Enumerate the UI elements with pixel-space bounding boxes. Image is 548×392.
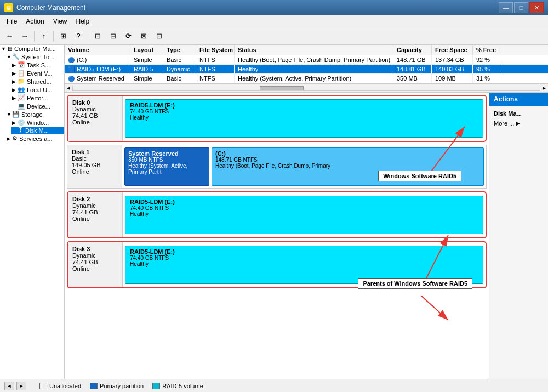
col-layout[interactable]: Layout — [130, 45, 163, 55]
sidebar-item-windows-backup[interactable]: ▶ 💿 Windo... — [11, 118, 64, 127]
title-bar-controls: — □ ✕ — [499, 2, 544, 13]
cell-type-1: Dynamic — [163, 65, 196, 73]
sidebar-root[interactable]: ▼ 🖥 Computer Ma... — [0, 45, 64, 53]
menu-view[interactable]: View — [49, 16, 72, 26]
refresh-button[interactable]: ⟳ — [121, 30, 135, 43]
sidebar-item-event-viewer[interactable]: ▶ 📋 Event V... — [11, 69, 64, 77]
disk2-status: Online — [72, 215, 118, 222]
disk-view-container: Disk 0 Dynamic 74.41 GB Online RAID5-LDM… — [65, 93, 548, 379]
menu-action[interactable]: Action — [21, 16, 48, 26]
properties-button[interactable]: ⊠ — [136, 30, 151, 43]
disk0-partition-0[interactable]: RAID5-LDM (E:) 74.40 GB NTFS Healthy — [125, 99, 483, 138]
expand-task-arrow[interactable]: ▶ — [12, 63, 18, 68]
volume-icon-1: 🟦 — [68, 66, 75, 72]
sidebar-item-shared-folders[interactable]: ▶ 📁 Shared... — [11, 77, 64, 86]
volume-icon-2: 🔵 — [68, 76, 75, 82]
expand-shared-arrow[interactable]: ▶ — [12, 79, 18, 84]
services-icon: ⚙ — [12, 135, 18, 142]
col-filesystem[interactable]: File System — [196, 45, 235, 55]
legend-raid5-label: RAID-5 volume — [162, 383, 203, 389]
sidebar-item-performance[interactable]: ▶ 📈 Perfor... — [11, 94, 64, 102]
help-button[interactable]: ? — [71, 30, 85, 43]
sidebar-item-device-manager[interactable]: 💻 Device... — [11, 102, 64, 110]
sidebar: ▼ 🖥 Computer Ma... ▼ 🔧 System To... ▶ 📅 … — [0, 45, 65, 379]
nav-left-btn[interactable]: ◄ — [4, 382, 14, 390]
sidebar-item-task-scheduler[interactable]: ▶ 📅 Task S... — [11, 61, 64, 69]
expand-root-arrow[interactable]: ▼ — [1, 46, 7, 52]
cell-status-0: Healthy (Boot, Page File, Crash Dump, Pr… — [235, 55, 393, 64]
status-bar-nav: ◄ ► — [4, 382, 26, 390]
sidebar-item-system-tools[interactable]: ▼ 🔧 System To... — [5, 53, 64, 61]
cell-volume-2: 🔵 System Reserved — [65, 74, 130, 83]
scroll-thumb[interactable] — [260, 86, 304, 90]
expand-perf-arrow[interactable]: ▶ — [12, 95, 18, 101]
nav-right-btn[interactable]: ► — [16, 382, 26, 390]
menu-help[interactable]: Help — [72, 16, 94, 26]
legend-raid5: RAID-5 volume — [152, 383, 203, 389]
table-scroll[interactable]: Volume Layout Type File System Status Ca… — [65, 45, 548, 83]
action-more[interactable]: More ... ▶ — [489, 119, 548, 128]
cell-fs-1: NTFS — [196, 65, 235, 73]
expand-event-arrow[interactable]: ▶ — [12, 71, 18, 76]
menu-file[interactable]: File — [2, 16, 21, 26]
col-freespace[interactable]: Free Space — [432, 45, 473, 55]
table-scrollbar[interactable]: ◄ ► — [65, 83, 548, 92]
disk0-size: 74.41 GB — [72, 112, 118, 119]
sidebar-root-label: Computer Ma... — [14, 46, 56, 52]
maximize-button[interactable]: □ — [514, 2, 528, 13]
col-type[interactable]: Type — [163, 45, 196, 55]
sidebar-item-services[interactable]: ▶ ⚙ Services a... — [5, 134, 64, 143]
scroll-left-btn[interactable]: ◄ — [66, 85, 71, 91]
col-volume[interactable]: Volume — [65, 45, 130, 55]
sidebar-task-label: Task S... — [27, 62, 50, 69]
back-button[interactable]: ← — [2, 30, 16, 43]
disk2-partition-0[interactable]: RAID5-LDM (E:) 74.40 GB NTFS Healthy — [125, 196, 483, 234]
legend-primary-label: Primary partition — [100, 383, 144, 389]
sidebar-item-disk-management[interactable]: 🗄 Disk M... — [11, 127, 64, 134]
table-row[interactable]: 🔵 System Reserved Simple Basic NTFS Heal… — [65, 74, 548, 83]
disk0-type: Dynamic — [72, 106, 118, 112]
disk-icon: 🗄 — [18, 127, 24, 134]
col-status[interactable]: Status — [235, 45, 393, 55]
cell-pct-0: 92 % — [473, 55, 500, 64]
local-icon: 👥 — [18, 86, 25, 93]
sidebar-local-label: Local U... — [27, 87, 52, 93]
minimize-button[interactable]: — — [499, 2, 513, 13]
sidebar-item-local-users[interactable]: ▶ 👥 Local U... — [11, 86, 64, 94]
close-button[interactable]: ✕ — [529, 2, 544, 13]
expand-system-tools-arrow[interactable]: ▼ — [7, 54, 12, 60]
legend-primary: Primary partition — [90, 383, 144, 389]
show-hide-button[interactable]: ⊞ — [56, 30, 70, 43]
col-capacity[interactable]: Capacity — [393, 45, 432, 55]
disk2-name: Disk 2 — [72, 196, 118, 202]
disk0-p0-health: Healthy — [130, 115, 478, 121]
disk2-size: 74.41 GB — [72, 209, 118, 215]
volume-icon-0: 🔵 — [68, 57, 75, 63]
legend-primary-color — [90, 383, 98, 389]
sidebar-device-label: Device... — [27, 103, 50, 110]
disk0-status: Online — [72, 119, 118, 126]
table-row[interactable]: 🟦 RAID5-LDM (E:) RAID-5 Dynamic NTFS Hea… — [65, 65, 548, 74]
status-bar: ◄ ► Unallocated Primary partition RAID-5… — [0, 379, 548, 392]
sidebar-disk-label: Disk M... — [25, 127, 49, 134]
expand-storage-arrow[interactable]: ▼ — [7, 112, 12, 117]
export-button[interactable]: ⊡ — [90, 30, 105, 43]
expand-local-arrow[interactable]: ▶ — [12, 87, 18, 93]
scroll-right-btn[interactable]: ► — [541, 85, 547, 91]
expand-services-arrow[interactable]: ▶ — [7, 136, 12, 141]
disk3-status: Online — [72, 265, 118, 272]
sidebar-perf-label: Perfor... — [27, 95, 48, 101]
disk1-partition-0[interactable]: System Reserved 350 MB NTFS Healthy (Sys… — [124, 147, 209, 186]
table-row[interactable]: 🔵 (C:) Simple Basic NTFS Healthy (Boot, … — [65, 55, 548, 65]
import-button[interactable]: ⊟ — [106, 30, 120, 43]
task-icon: 📅 — [18, 61, 25, 69]
sidebar-item-storage[interactable]: ▼ 💾 Storage — [5, 110, 64, 118]
cell-cap-0: 148.71 GB — [393, 55, 432, 64]
tools-button[interactable]: ⊡ — [152, 30, 166, 43]
expand-backup-arrow[interactable]: ▶ — [12, 120, 18, 126]
backup-icon: 💿 — [18, 119, 25, 126]
col-percentfree[interactable]: % Free — [473, 45, 500, 55]
forward-button[interactable]: → — [18, 30, 32, 43]
disk1-partitions: System Reserved 350 MB NTFS Healthy (Sys… — [122, 145, 486, 188]
up-button[interactable]: ↑ — [37, 30, 51, 43]
